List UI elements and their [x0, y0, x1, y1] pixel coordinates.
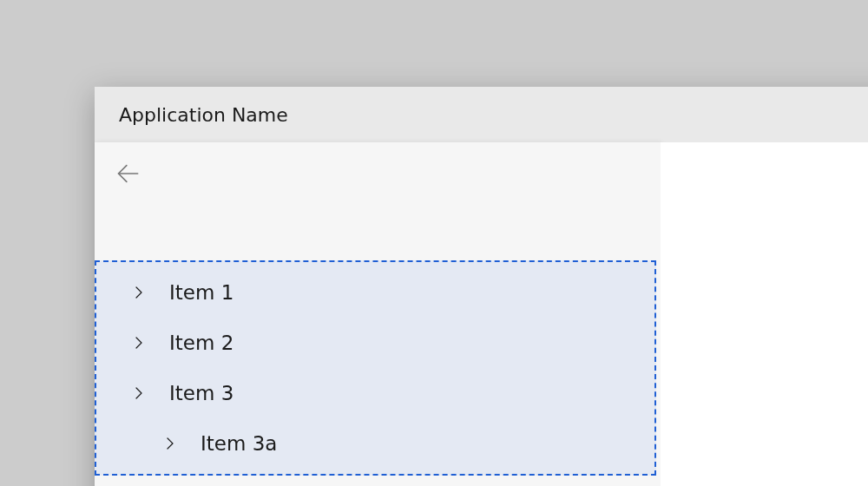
titlebar: Application Name	[95, 87, 868, 142]
back-button[interactable]	[95, 142, 661, 205]
content-area	[661, 142, 868, 486]
app-window: Application Name Item 1	[95, 87, 868, 486]
tree-item-label: Item 3a	[201, 432, 277, 455]
back-arrow-icon	[115, 161, 140, 186]
chevron-right-icon	[131, 285, 147, 300]
tree-selection-box: Item 1 Item 2 Item 3	[95, 260, 656, 476]
chevron-right-icon	[131, 335, 147, 351]
chevron-right-icon	[131, 385, 147, 401]
nav-panel: Item 1 Item 2 Item 3	[95, 142, 661, 486]
tree-item[interactable]: Item 2	[96, 318, 654, 368]
tree-item[interactable]: Item 3	[96, 368, 654, 418]
chevron-right-icon	[162, 436, 178, 451]
tree-item-label: Item 3	[169, 382, 233, 404]
tree-item[interactable]: Item 3a	[96, 418, 654, 469]
tree-item-label: Item 1	[169, 281, 233, 304]
app-title: Application Name	[119, 104, 288, 126]
tree-item[interactable]: Item 1	[96, 267, 654, 318]
tree-item-label: Item 2	[169, 332, 233, 354]
nav-tree: Item 1 Item 2 Item 3	[96, 262, 654, 474]
